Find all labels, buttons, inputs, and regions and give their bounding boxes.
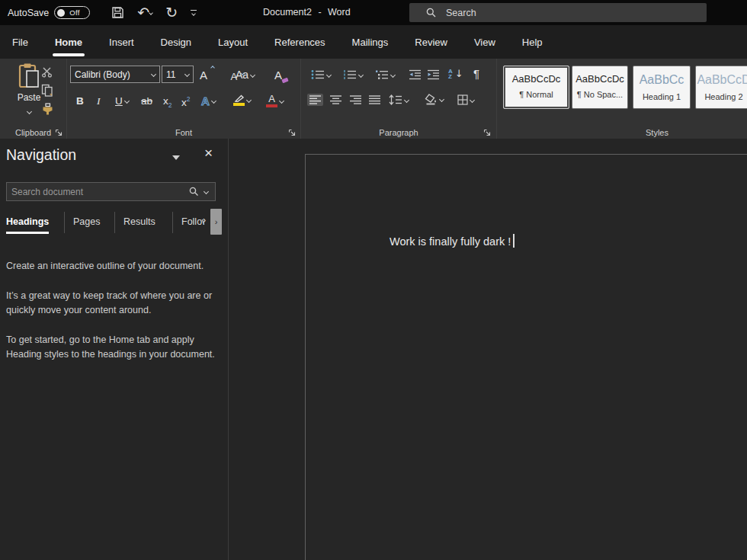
tab-overflow-arrow[interactable]: › bbox=[203, 215, 206, 226]
undo-dropdown-icon[interactable] bbox=[149, 11, 153, 15]
shading-button[interactable] bbox=[423, 92, 445, 107]
change-case-button[interactable]: Aa bbox=[234, 68, 256, 82]
paste-dropdown-icon[interactable] bbox=[26, 109, 31, 114]
customize-quick-access-button[interactable] bbox=[191, 10, 197, 16]
tab-design[interactable]: Design bbox=[160, 34, 192, 51]
text-effects-icon: A bbox=[201, 94, 210, 107]
text-cursor bbox=[513, 234, 515, 248]
grow-font-button[interactable]: A bbox=[198, 68, 209, 82]
redo-button[interactable]: ↻ bbox=[165, 5, 178, 20]
cut-button[interactable] bbox=[40, 65, 54, 79]
tab-file[interactable]: File bbox=[11, 34, 29, 51]
tab-help[interactable]: Help bbox=[521, 34, 543, 51]
style-normal[interactable]: AaBbCcDc ¶ Normal bbox=[503, 66, 569, 109]
justify-button[interactable] bbox=[367, 94, 383, 106]
numbering-button[interactable] bbox=[341, 68, 364, 82]
tab-home[interactable]: Home bbox=[54, 34, 83, 51]
autosave-control[interactable]: AutoSave Off bbox=[8, 6, 90, 19]
chevron-down-icon[interactable] bbox=[439, 97, 444, 102]
titlebar-search-input[interactable] bbox=[446, 8, 675, 18]
close-icon[interactable]: × bbox=[204, 145, 213, 162]
copy-button[interactable] bbox=[40, 82, 55, 98]
text-effects-button[interactable]: A bbox=[200, 93, 217, 109]
line-spacing-icon bbox=[389, 94, 402, 105]
show-hide-marks-button[interactable]: ¶ bbox=[472, 66, 481, 81]
nav-tab-results[interactable]: Results bbox=[123, 216, 155, 227]
chevron-down-icon[interactable] bbox=[326, 72, 332, 77]
increase-indent-icon bbox=[427, 69, 440, 80]
style-heading-2[interactable]: AaBbCcD Heading 2 bbox=[695, 66, 747, 109]
clipboard-group: Paste Clipboard bbox=[0, 59, 67, 139]
document-page[interactable]: Work is finally fully dark ! bbox=[305, 154, 747, 560]
decrease-indent-icon bbox=[409, 69, 422, 80]
italic-button[interactable]: I bbox=[95, 94, 102, 108]
nav-search-input[interactable] bbox=[7, 187, 189, 197]
sort-button[interactable]: AZ ↓ bbox=[447, 66, 465, 81]
borders-button[interactable] bbox=[456, 93, 476, 107]
autosave-toggle[interactable]: Off bbox=[54, 6, 90, 19]
search-options-chevron-icon[interactable] bbox=[204, 189, 209, 194]
line-spacing-button[interactable] bbox=[387, 93, 410, 107]
nav-tab-pages[interactable]: Pages bbox=[73, 216, 100, 227]
down-arrow-icon: ↓ bbox=[455, 68, 463, 79]
bullets-button[interactable] bbox=[309, 68, 332, 82]
tab-view[interactable]: View bbox=[473, 34, 496, 51]
font-size-combo[interactable]: 11 bbox=[162, 66, 194, 83]
subscript-button[interactable]: x2 bbox=[162, 94, 173, 110]
chevron-down-icon[interactable] bbox=[470, 97, 475, 102]
paragraph-dialog-launcher[interactable] bbox=[483, 129, 491, 136]
chevron-down-icon bbox=[191, 11, 196, 16]
superscript-button[interactable]: x2 bbox=[180, 94, 191, 109]
chevron-down-icon[interactable] bbox=[211, 98, 216, 104]
clear-formatting-button[interactable]: A bbox=[273, 68, 284, 82]
multilevel-list-button[interactable] bbox=[374, 68, 396, 82]
tab-mailings[interactable]: Mailings bbox=[351, 34, 390, 51]
nav-tabs-scroll-thumb[interactable]: › bbox=[210, 209, 222, 235]
quick-access-toolbar: ↶ ↻ bbox=[111, 5, 197, 20]
nav-tab-headings[interactable]: Headings bbox=[6, 216, 49, 227]
tab-divider bbox=[64, 212, 65, 233]
align-left-button[interactable] bbox=[307, 94, 323, 106]
titlebar-search-box[interactable] bbox=[409, 3, 707, 22]
numbered-list-icon bbox=[343, 69, 357, 80]
align-right-icon bbox=[349, 95, 362, 104]
chevron-down-icon[interactable] bbox=[279, 98, 284, 103]
align-center-button[interactable] bbox=[328, 94, 344, 106]
chevron-down-icon[interactable] bbox=[404, 97, 409, 102]
chevron-down-icon[interactable] bbox=[358, 72, 364, 77]
scissors-icon bbox=[41, 66, 53, 78]
nav-tab-follow[interactable]: Follow bbox=[181, 216, 204, 227]
font-name-combo[interactable]: Calibri (Body) bbox=[70, 66, 160, 83]
eraser-icon bbox=[281, 78, 288, 83]
align-right-button[interactable] bbox=[348, 94, 364, 106]
customize-bar-icon bbox=[191, 10, 197, 11]
bold-button[interactable]: B bbox=[75, 94, 85, 108]
paint-bucket-icon bbox=[425, 94, 438, 105]
tab-layout[interactable]: Layout bbox=[217, 34, 248, 51]
font-dialog-launcher[interactable] bbox=[288, 129, 296, 136]
chevron-down-icon[interactable] bbox=[124, 98, 130, 104]
search-icon bbox=[426, 8, 436, 18]
tab-references[interactable]: References bbox=[274, 34, 325, 51]
clipboard-dialog-launcher[interactable] bbox=[55, 129, 63, 136]
underline-button[interactable]: U bbox=[114, 94, 130, 108]
format-painter-button[interactable] bbox=[40, 101, 56, 117]
style-no-spacing[interactable]: AaBbCcDc ¶ No Spac... bbox=[572, 66, 628, 109]
nav-search-box[interactable] bbox=[6, 182, 216, 201]
font-color-button[interactable]: A bbox=[264, 92, 285, 109]
undo-button[interactable]: ↶ bbox=[137, 5, 152, 20]
navigation-options-caret-icon[interactable] bbox=[172, 155, 180, 160]
styles-group: AaBbCcDc ¶ Normal AaBbCcDc ¶ No Spac... … bbox=[497, 59, 747, 139]
search-icon bbox=[189, 187, 199, 197]
tab-insert[interactable]: Insert bbox=[108, 34, 135, 51]
save-icon[interactable] bbox=[111, 6, 124, 19]
increase-indent-button[interactable] bbox=[425, 68, 441, 82]
highlight-color-button[interactable] bbox=[232, 92, 252, 107]
tab-review[interactable]: Review bbox=[414, 34, 448, 51]
decrease-indent-button[interactable] bbox=[407, 68, 423, 82]
chevron-down-icon[interactable] bbox=[390, 72, 396, 77]
style-heading-1[interactable]: AaBbCc Heading 1 bbox=[633, 66, 691, 109]
document-text[interactable]: Work is finally fully dark ! bbox=[390, 234, 515, 248]
chevron-down-icon[interactable] bbox=[246, 97, 252, 102]
strikethrough-button[interactable]: ab bbox=[139, 94, 154, 108]
